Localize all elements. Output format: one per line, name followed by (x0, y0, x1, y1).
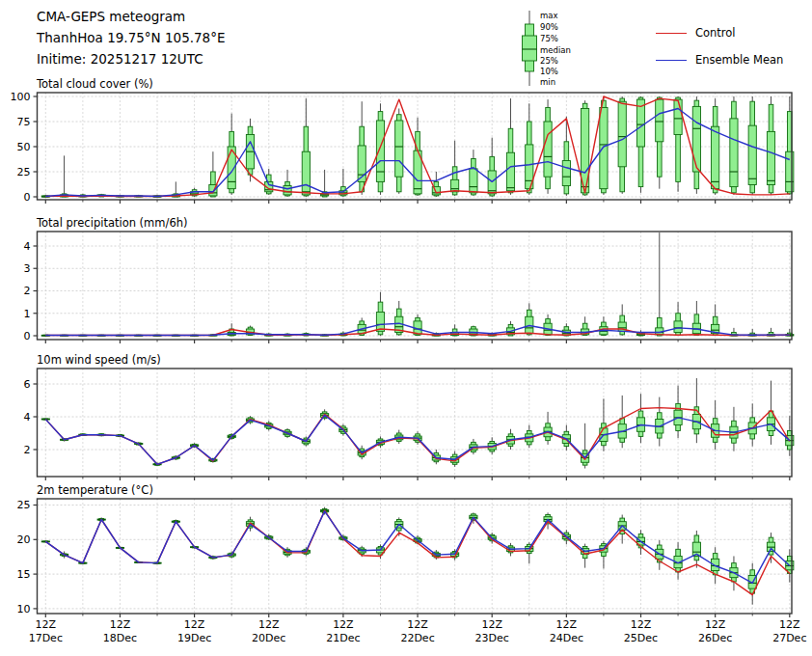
x-hour-label: 12Z (556, 618, 578, 631)
box (562, 161, 570, 186)
x-day-label: 19Dec (177, 632, 211, 644)
y-tick-label: 1 (24, 308, 31, 320)
box (674, 99, 682, 134)
x-day-label: 26Dec (698, 632, 732, 644)
x-day-label: 22Dec (400, 632, 434, 644)
panel-title-cloud-cover: Total cloud cover (%) (36, 77, 153, 91)
box (618, 101, 626, 167)
box (395, 121, 403, 177)
time-axis-labels: 12Z17Dec12Z18Dec12Z19Dec12Z20Dec12Z21Dec… (29, 618, 807, 644)
x-hour-label: 12Z (36, 618, 57, 631)
box (600, 107, 608, 188)
box (376, 121, 384, 181)
panel-title-temperature: 2m temperature (°C) (37, 483, 153, 497)
legend-control: Control (656, 26, 736, 40)
box (656, 99, 663, 142)
ensemble-mean-line-swatch (656, 60, 687, 61)
y-tick-label: 2 (24, 285, 31, 297)
x-hour-label: 12Z (779, 618, 800, 631)
x-day-label: 25Dec (624, 632, 658, 644)
control-label: Control (695, 26, 736, 40)
panel-title-wind-speed: 10m wind speed (m/s) (37, 353, 161, 367)
y-tick-label: 4 (24, 411, 31, 424)
box (730, 119, 738, 187)
legend-boxplot-glyph: max90%75%median25%10%min (523, 11, 571, 87)
box (767, 131, 774, 184)
station-info: ThanhHoa 19.75°N 105.78°E (37, 27, 225, 48)
box (692, 106, 700, 172)
box (674, 321, 682, 333)
y-tick-label: 25 (17, 166, 31, 178)
y-tick-label: 10 (17, 603, 31, 615)
legend-stat-label: max (540, 11, 558, 20)
init-time: Initime: 20251217 12UTC (37, 48, 225, 69)
legend-stat-label: median (540, 45, 571, 55)
y-tick-label: 3 (24, 262, 31, 275)
meteogram-page: 0255075100Total cloud cover (%)01234Tota… (0, 0, 812, 656)
y-tick-label: 0 (24, 191, 31, 204)
x-hour-label: 12Z (333, 618, 354, 631)
legend-ensemble-mean: Ensemble Mean (656, 53, 783, 67)
y-tick-label: 75 (17, 116, 31, 128)
app-title: CMA-GEPS meteogram (37, 6, 225, 27)
legend-stat-label: min (540, 77, 555, 87)
box (470, 169, 477, 193)
x-hour-label: 12Z (481, 618, 502, 631)
box (712, 126, 719, 188)
box (506, 152, 514, 191)
meteogram-chart: 0255075100Total cloud cover (%)01234Tota… (0, 0, 812, 656)
y-tick-label: 50 (17, 141, 31, 153)
control-line-swatch (656, 33, 687, 34)
x-day-label: 24Dec (550, 632, 583, 644)
x-day-label: 23Dec (475, 632, 509, 644)
y-tick-label: 4 (24, 240, 31, 253)
y-tick-label: 2 (24, 444, 31, 456)
x-day-label: 18Dec (103, 632, 137, 644)
box (544, 122, 552, 177)
ensemble-mean-label: Ensemble Mean (695, 53, 783, 67)
x-day-label: 17Dec (29, 632, 63, 644)
y-tick-label: 0 (24, 330, 31, 342)
legend-stat-label: 10% (540, 67, 558, 76)
panel-title-precipitation: Total precipitation (mm/6h) (36, 216, 187, 230)
x-hour-label: 12Z (407, 618, 428, 631)
y-tick-label: 100 (11, 91, 31, 103)
panel-precipitation: 01234Total precipitation (mm/6h) (24, 216, 794, 343)
x-hour-label: 12Z (184, 618, 205, 631)
panel-temperature: 101520252m temperature (°C) (17, 483, 794, 617)
legend-stat-label: 90% (540, 22, 558, 32)
box (302, 151, 310, 195)
legend-stat-label: 75% (540, 34, 558, 43)
y-tick-label: 25 (17, 499, 31, 511)
panel-wind-speed: 24610m wind speed (m/s) (24, 353, 794, 480)
x-day-label: 27Dec (772, 632, 806, 644)
meteogram-header: CMA-GEPS meteogram ThanhHoa 19.75°N 105.… (37, 6, 225, 69)
y-tick-label: 15 (17, 568, 31, 581)
panel-cloud-cover: 0255075100Total cloud cover (%) (11, 77, 794, 204)
x-hour-label: 12Z (258, 618, 280, 631)
legend-stat-label: 25% (540, 56, 558, 66)
x-day-label: 20Dec (252, 632, 285, 644)
x-day-label: 21Dec (326, 632, 360, 644)
temperature-boxplots (41, 507, 794, 605)
x-hour-label: 12Z (110, 618, 131, 631)
y-tick-label: 20 (17, 533, 31, 546)
box (451, 179, 459, 191)
x-hour-label: 12Z (705, 618, 726, 631)
box (748, 125, 756, 184)
box (284, 186, 291, 195)
x-hour-label: 12Z (631, 618, 652, 631)
y-tick-label: 6 (24, 378, 31, 391)
